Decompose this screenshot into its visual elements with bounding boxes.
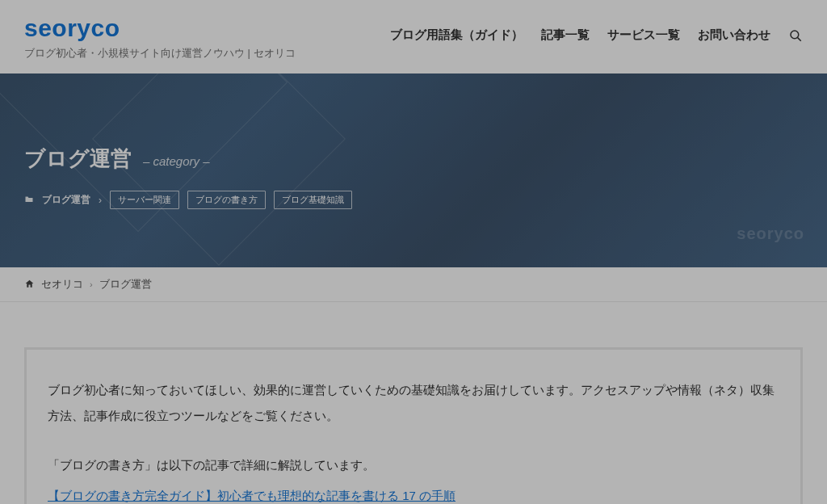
nav-services[interactable]: サービス一覧 <box>607 27 680 43</box>
intro-card: ブログ初心者に知っておいてほしい、効果的に運営していくための基礎知識をお届けして… <box>24 347 803 504</box>
svg-point-0 <box>791 31 799 39</box>
chevron-right-icon: › <box>99 195 102 206</box>
nav-articles[interactable]: 記事一覧 <box>541 27 590 43</box>
hero-title-row: ブログ運営 – category – <box>24 145 803 173</box>
subcategory-basics[interactable]: ブログ基礎知識 <box>274 191 352 209</box>
search-icon[interactable] <box>788 28 803 43</box>
folder-icon <box>24 195 34 206</box>
hero-watermark: seoryco <box>737 225 804 243</box>
guide-link[interactable]: 【ブログの書き方完全ガイド】初心者でも理想的な記事を書ける 17 の手順 <box>48 489 455 502</box>
nav-contact[interactable]: お問い合わせ <box>698 27 770 43</box>
site-logo[interactable]: seoryco <box>24 15 296 41</box>
breadcrumb-current: ブログ運営 <box>99 277 152 292</box>
subcategory-writing[interactable]: ブログの書き方 <box>187 191 266 209</box>
main-content: ブログ初心者に知っておいてほしい、効果的に運営していくための基礎知識をお届けして… <box>0 302 827 504</box>
hero-category-row: ブログ運営 › サーバー関連 ブログの書き方 ブログ基礎知識 <box>24 191 803 209</box>
svg-line-1 <box>798 37 801 40</box>
main-nav: ブログ用語集（ガイド） 記事一覧 サービス一覧 お問い合わせ <box>390 15 803 43</box>
chevron-right-icon: › <box>90 279 93 289</box>
lead-paragraph: 「ブログの書き方」は以下の記事で詳細に解説しています。 <box>48 452 779 478</box>
subcategory-server[interactable]: サーバー関連 <box>110 191 179 209</box>
hero-banner: seoryco ブログ運営 – category – ブログ運営 › サーバー関… <box>0 74 827 267</box>
site-header: seoryco ブログ初心者・小規模サイト向け運営ノウハウ | セオリコ ブログ… <box>0 0 827 74</box>
page-title: ブログ運営 <box>24 145 132 173</box>
page-title-suffix: – category – <box>143 154 210 168</box>
site-tagline: ブログ初心者・小規模サイト向け運営ノウハウ | セオリコ <box>24 46 296 61</box>
home-icon <box>24 279 35 291</box>
intro-paragraph: ブログ初心者に知っておいてほしい、効果的に運営していくための基礎知識をお届けして… <box>48 377 779 428</box>
current-category-label[interactable]: ブログ運営 <box>42 193 90 207</box>
nav-guide[interactable]: ブログ用語集（ガイド） <box>390 27 523 43</box>
brand: seoryco ブログ初心者・小規模サイト向け運営ノウハウ | セオリコ <box>24 15 296 61</box>
breadcrumb-home[interactable]: セオリコ <box>41 277 83 292</box>
breadcrumb: セオリコ › ブログ運営 <box>0 267 827 302</box>
